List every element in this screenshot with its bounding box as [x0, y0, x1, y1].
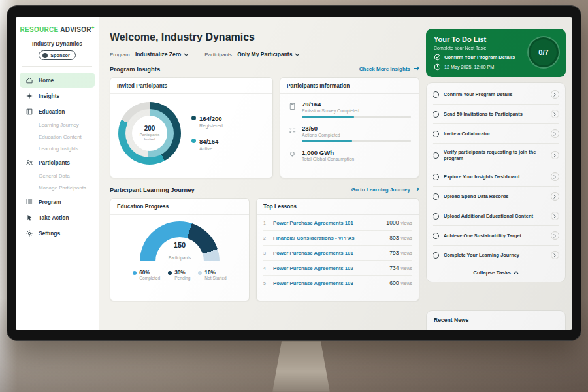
program-select-value: Industrialize Zero	[135, 51, 181, 57]
legend-value: 84/164	[199, 138, 218, 145]
lesson-link[interactable]: Power Purchase Agreements 103	[273, 280, 385, 286]
donut-center-label: Invited	[144, 137, 155, 142]
sponsor-badge-label: Sponsor	[50, 52, 70, 58]
progress-track	[302, 116, 411, 118]
lesson-rank: 4	[263, 266, 269, 270]
sidebar-item-education-content[interactable]: Education Content	[20, 131, 95, 142]
lesson-link[interactable]: Power Purchase Agreements 102	[273, 265, 385, 271]
participants-filter-label: Participants:	[204, 52, 233, 57]
sidebar-item-insights[interactable]: Insights	[20, 88, 95, 103]
task-checkbox[interactable]	[433, 213, 439, 220]
participants-select[interactable]: Only My Participants	[237, 51, 300, 57]
nav-label: Take Action	[39, 214, 69, 221]
program-filter: Program: Industrialize Zero	[110, 51, 189, 57]
lesson-views-label: views	[400, 221, 412, 225]
lesson-views: 803	[389, 235, 399, 241]
task-upload-educational-content[interactable]: Upload Additional Educational Content	[433, 206, 559, 226]
task-checkbox[interactable]	[433, 111, 439, 118]
task-checkbox[interactable]	[433, 252, 439, 259]
task-verify-participants[interactable]: Verify participants requesting to join t…	[433, 144, 559, 167]
task-label: Send 50 Invitations to Participants	[444, 111, 546, 118]
arrow-right-icon	[413, 65, 419, 73]
education-gauge-body: 150 Participants 60% Completed	[110, 215, 249, 280]
sidebar-item-general-data[interactable]: General Data	[20, 171, 95, 182]
lesson-link[interactable]: Financial Considerations - VPPAs	[273, 235, 385, 241]
sidebar-item-participants[interactable]: Participants	[20, 155, 95, 170]
lesson-row: 4 Power Purchase Agreements 102 734views	[263, 261, 412, 276]
task-upload-spend-data[interactable]: Upload Spend Data Records	[433, 187, 559, 206]
sidebar-item-home[interactable]: Home	[20, 73, 95, 88]
task-checkbox[interactable]	[433, 233, 439, 239]
participants-info-body: 79/164 Emission Survey Completed 23/50 A…	[280, 94, 419, 164]
invited-participants-card: Invited Participants 200 Participants In…	[110, 77, 273, 178]
go-to-learning-journey-link[interactable]: Go to Learning Journey	[351, 186, 419, 193]
cursor-icon	[25, 213, 34, 221]
legend-label: Active	[199, 146, 218, 152]
nav-label: Participants	[39, 159, 70, 166]
task-label: Verify participants requesting to join t…	[444, 149, 546, 161]
sidebar-item-learning-insights[interactable]: Learning Insights	[20, 143, 95, 154]
lesson-rank: 3	[263, 251, 269, 255]
learning-cards-row: Education Progress 150 Participants	[110, 198, 419, 301]
book-icon	[25, 107, 34, 116]
donut-center-label: Participants	[140, 133, 159, 137]
sidebar-item-education[interactable]: Education	[20, 104, 95, 119]
task-send-invitations[interactable]: Send 50 Invitations to Participants	[433, 105, 559, 124]
check-more-insights-link[interactable]: Check More Insights	[359, 65, 419, 73]
sidebar-item-settings[interactable]: Settings	[20, 225, 95, 240]
checklist-icon	[288, 125, 297, 135]
chevron-right-icon[interactable]	[551, 231, 559, 240]
sidebar-item-learning-journey[interactable]: Learning Journey	[20, 120, 95, 131]
task-checkbox[interactable]	[433, 91, 439, 98]
chevron-right-icon[interactable]	[551, 151, 559, 159]
sidebar-item-program[interactable]: Program	[20, 194, 95, 209]
task-achieve-sustainability-target[interactable]: Achieve One Sustainability Target	[433, 226, 559, 246]
chevron-right-icon[interactable]	[551, 212, 559, 220]
task-label: Upload Additional Educational Content	[444, 213, 546, 220]
info-label: Actions Completed	[302, 133, 411, 137]
chevron-right-icon[interactable]	[551, 110, 559, 118]
brand-logo: RESOURCE ADVISOR+	[16, 25, 99, 33]
chevron-right-icon[interactable]	[551, 172, 559, 181]
progress-fill	[302, 116, 354, 118]
legend-value: 164/200	[199, 115, 223, 122]
lesson-link[interactable]: Power Purchase Agreements 101	[273, 250, 385, 256]
task-checkbox[interactable]	[433, 131, 439, 137]
invited-legend: 164/200 Registered 84/164 Active	[191, 115, 223, 152]
content-area: Welcome, Industry Dynamics Program: Indu…	[99, 17, 572, 330]
recent-news-title: Recent News	[434, 317, 469, 323]
todo-column: Your To Do List Complete Your Next Task:…	[426, 26, 566, 330]
chevron-up-icon	[514, 270, 519, 276]
chevron-right-icon[interactable]	[551, 251, 559, 259]
task-checkbox[interactable]	[433, 174, 439, 180]
task-checkbox[interactable]	[433, 193, 439, 200]
lesson-views: 1000	[386, 220, 399, 226]
check-circle-icon	[434, 54, 441, 61]
progress-track	[302, 140, 411, 142]
task-confirm-program-details[interactable]: Confirm Your Program Details	[433, 85, 559, 105]
lesson-views-label: views	[400, 266, 412, 270]
collapse-tasks-button[interactable]: Collapse Tasks	[433, 265, 559, 280]
collapse-tasks-label: Collapse Tasks	[473, 270, 511, 276]
task-complete-learning-journey[interactable]: Complete Your Learning Journey	[433, 246, 559, 265]
recent-news-header[interactable]: Recent News	[426, 310, 566, 330]
info-row-actions: 23/50 Actions Completed	[288, 125, 411, 142]
chevron-right-icon[interactable]	[551, 90, 559, 99]
info-value: 1,000 GWh	[302, 149, 411, 156]
card-title: Invited Participants	[110, 78, 272, 94]
task-invite-collaborator[interactable]: Invite a Collaborator	[433, 124, 559, 144]
sidebar-item-take-action[interactable]: Take Action	[20, 210, 95, 225]
progress-fill	[302, 140, 352, 142]
sidebar-item-manage-participants[interactable]: Manage Participants	[20, 182, 95, 193]
gear-icon	[25, 229, 34, 237]
participants-select-value: Only My Participants	[237, 51, 292, 57]
chevron-right-icon[interactable]	[551, 129, 559, 138]
program-select[interactable]: Industrialize Zero	[135, 51, 189, 57]
brand-primary: RESOURCE	[20, 26, 58, 33]
lesson-views: 734	[389, 265, 399, 271]
task-checkbox[interactable]	[433, 152, 439, 159]
section-title: Participant Learning Journey	[110, 186, 195, 193]
task-explore-insights[interactable]: Explore Your Insights Dashboard	[433, 167, 559, 187]
lesson-link[interactable]: Power Purchase Agreements 101	[273, 220, 382, 226]
chevron-right-icon[interactable]	[551, 192, 559, 201]
